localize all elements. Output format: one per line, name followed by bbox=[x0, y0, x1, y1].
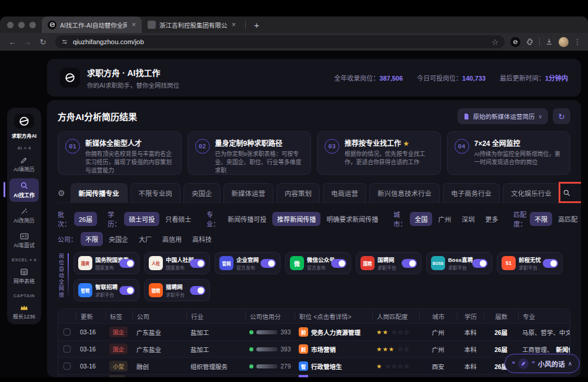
tab-content-planning[interactable]: 内容策划 bbox=[276, 183, 320, 202]
tab-separator bbox=[245, 21, 246, 29]
tab-culture-entertainment[interactable]: 文化娱乐行业 bbox=[503, 183, 560, 202]
sources-vertical-label: 岗位自动全网搜 bbox=[58, 253, 65, 298]
reload-icon[interactable]: ↻ bbox=[36, 38, 49, 46]
gear-icon[interactable]: ⚙ bbox=[58, 188, 65, 198]
filter-chip[interactable]: 不限 bbox=[530, 212, 552, 226]
sidebar-item-ai-interview[interactable]: AI笔面试 bbox=[9, 230, 39, 252]
filter-match: 匹配度：不限高匹配 bbox=[513, 210, 581, 228]
new-tab-button[interactable]: + bbox=[249, 20, 264, 30]
browser-menu-icon[interactable]: ⋮ bbox=[574, 38, 581, 46]
zhilian-icon: 智聘 bbox=[78, 283, 92, 297]
tab-close-icon[interactable]: × bbox=[131, 21, 137, 29]
filter-chip[interactable]: 高科技 bbox=[188, 232, 216, 246]
table-row[interactable]: 03-16 国企 广东盐业 盐加工 393 前市场营销 ★★★☆☆ 广州 本科 … bbox=[58, 340, 570, 357]
company-tag: 小型 bbox=[109, 361, 128, 371]
filter-chip[interactable]: 广州 bbox=[433, 212, 456, 226]
platform-toggle[interactable] bbox=[260, 259, 276, 268]
match-stars: ★ bbox=[376, 363, 382, 370]
table-row[interactable]: 03-16 小型 融创 组织管理服务 279 智行政管培生 ★☆☆☆☆ 西安 本… bbox=[58, 357, 570, 374]
close-window-button[interactable] bbox=[7, 22, 14, 28]
app-title: 求职方舟 · AI找工作 bbox=[87, 67, 179, 78]
site-favicon bbox=[48, 21, 56, 29]
platform-toggle[interactable] bbox=[543, 259, 558, 268]
analysis-card-1: 01 新媒体全能型人才你拥有顶尖名校背景与丰富的名企实习经历，展现了极强的内容策… bbox=[58, 131, 182, 175]
job-title-link[interactable]: 行政管培生 bbox=[311, 362, 342, 371]
row-checkbox[interactable] bbox=[64, 346, 71, 353]
filter-chip[interactable]: 硕士可投 bbox=[124, 212, 159, 226]
platform-toggle[interactable] bbox=[190, 259, 205, 268]
platform-toggle[interactable] bbox=[190, 286, 205, 295]
magic-wand-icon bbox=[20, 207, 28, 215]
platform-grid: 国资国务院国资委国家发布 人社中国人社部国家发布 官网企业官网官方发布 微微信公… bbox=[74, 252, 570, 301]
filter-chip[interactable]: 只看硕士 bbox=[161, 212, 196, 226]
screen: AI找工作-AI自动替你全网找工作 × 浙江吉利控股集团有限公司 - 校 × +… bbox=[0, 0, 588, 382]
platform-toggle[interactable] bbox=[119, 259, 135, 268]
filter-chip[interactable]: 推荐新闻传播 bbox=[272, 212, 320, 226]
assistant-chat-button[interactable]: “ ” 小风的话 ∧ bbox=[505, 354, 580, 373]
sidebar-logo-icon bbox=[14, 114, 34, 128]
minimize-window-button[interactable] bbox=[18, 22, 25, 28]
filter-chip[interactable]: 不限 bbox=[81, 232, 103, 246]
credit-bar bbox=[256, 330, 278, 334]
filter-chip[interactable]: 深圳 bbox=[457, 212, 479, 226]
filter-chip[interactable]: 新闻传播可投 bbox=[223, 212, 271, 226]
job-title-link[interactable]: 党务人力资源管理 bbox=[311, 328, 360, 337]
forward-icon[interactable]: → bbox=[21, 38, 34, 46]
filter-chip[interactable]: 高匹配 bbox=[553, 212, 581, 226]
browser-tab-2[interactable]: 浙江吉利控股集团有限公司 - 校 × bbox=[142, 16, 242, 33]
profile-avatar[interactable] bbox=[559, 37, 569, 47]
macos-traffic-lights[interactable] bbox=[0, 22, 42, 28]
company-tag: 国企 bbox=[109, 344, 128, 354]
filter-chip[interactable]: 更多 bbox=[480, 212, 503, 226]
platform-mohrss: 人社中国人社部国家发布 bbox=[144, 252, 210, 274]
tab-any-major[interactable]: 不限专业岗 bbox=[131, 183, 181, 202]
filter-chip[interactable]: 大厂 bbox=[134, 232, 156, 246]
tab-new-media-ops[interactable]: 新媒体运营 bbox=[223, 183, 274, 202]
resume-selector-button[interactable]: 原始的新媒体运营简历 ∨ bbox=[457, 108, 548, 124]
row-checkbox[interactable] bbox=[64, 328, 71, 336]
platform-toggle[interactable] bbox=[331, 259, 346, 268]
address-bar[interactable]: qiuzhifangzhou.com/job ☆ bbox=[55, 35, 505, 48]
sidebar-item-ai-find-job[interactable]: AI找工作 bbox=[9, 178, 39, 202]
credit-bar bbox=[256, 364, 278, 368]
filter-major: 专业：新闻传播可投推荐新闻传播明确要求新闻传播 bbox=[206, 210, 383, 228]
table-row[interactable]: 03-16 国企 广东盐业 盐加工 393 前党务人力资源管理 ★★☆☆☆ 广州… bbox=[58, 323, 570, 340]
back-icon[interactable]: ← bbox=[6, 38, 19, 46]
tab-major-journalism[interactable]: 新闻传播专业 bbox=[71, 183, 128, 202]
job-title-link[interactable]: 市场营销 bbox=[311, 345, 336, 354]
downloads-icon[interactable] bbox=[545, 38, 553, 46]
sidebar-item-ai-fill-resume[interactable]: AI填简历 bbox=[9, 153, 39, 176]
sidebar-item-application-form[interactable]: 网申表格 bbox=[9, 265, 39, 288]
credit-dot bbox=[249, 330, 253, 334]
bookmark-star-icon[interactable]: ☆ bbox=[492, 38, 499, 46]
filter-chip[interactable]: 央国企 bbox=[104, 232, 133, 246]
tab-ecommerce-industry[interactable]: 电子商务行业 bbox=[443, 183, 500, 202]
sidebar-item-ai-fix-resume[interactable]: AI改简历 bbox=[9, 204, 39, 227]
filter-chip[interactable]: 高信用 bbox=[158, 232, 186, 246]
credit-dot bbox=[249, 347, 253, 351]
platform-toggle[interactable] bbox=[472, 259, 487, 268]
pinned-extension-icon[interactable] bbox=[510, 37, 520, 47]
tab-it-industry[interactable]: 新兴信息技术行业 bbox=[369, 183, 440, 202]
sidebar-item-captain[interactable]: 舰长1236 bbox=[9, 301, 39, 323]
main-panel: 方舟AI分析简历结果 原始的新媒体运营简历 ∨ ↻ 01 新媒体全能 bbox=[47, 100, 581, 377]
tab-soe[interactable]: 央国企 bbox=[183, 183, 220, 202]
refresh-analysis-button[interactable]: ↻ bbox=[553, 108, 570, 124]
browser-tab-active[interactable]: AI找工作-AI自动替你全网找工作 × bbox=[42, 16, 142, 33]
tab-ecommerce-ops[interactable]: 电商运营 bbox=[323, 183, 366, 202]
filter-chip[interactable]: 全国 bbox=[410, 212, 432, 226]
zoom-window-button[interactable] bbox=[29, 22, 36, 28]
search-jobs-button[interactable] bbox=[563, 184, 571, 202]
filter-chip[interactable]: 26届 bbox=[74, 212, 97, 226]
filter-company: 公司：不限央国企大厂高信用高科技 bbox=[58, 232, 216, 246]
filter-chip[interactable]: 明确要求新闻传播 bbox=[322, 212, 383, 226]
stat-today-jobs: 今日可投岗位：140,733 bbox=[417, 73, 486, 82]
job-sheet-tabs: ⚙ 新闻传播专业 不限专业岗 央国企 新媒体运营 内容策划 电商运营 新兴信息技… bbox=[58, 183, 570, 203]
page: 求职方舟 · AI找工作 你的AI求职助手，替你全网找岗位 全年收录岗位：387… bbox=[0, 51, 588, 377]
platform-toggle[interactable] bbox=[402, 259, 417, 268]
platform-guopin: 国聘国聘网求职平台 bbox=[356, 252, 422, 274]
tab-close-icon[interactable]: × bbox=[230, 21, 237, 29]
extensions-puzzle-icon[interactable] bbox=[526, 38, 534, 46]
row-checkbox[interactable] bbox=[64, 363, 71, 370]
platform-toggle[interactable] bbox=[119, 286, 135, 295]
